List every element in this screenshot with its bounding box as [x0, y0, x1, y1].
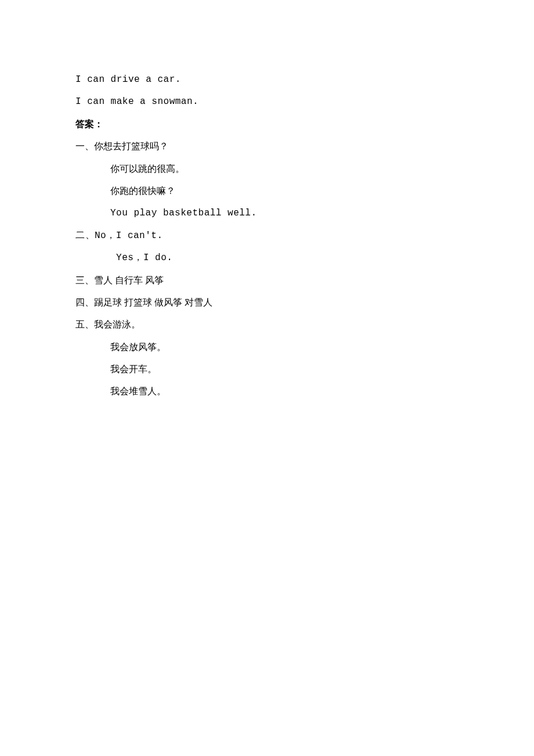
- text-line: 我会放风筝。: [75, 336, 459, 358]
- text-line: 一、你想去打篮球吗？: [75, 135, 459, 157]
- text-line: Yes，I do.: [75, 247, 459, 269]
- text-line: I can drive a car.: [75, 69, 459, 91]
- text-line: 三、雪人 自行车 风筝: [75, 269, 459, 291]
- text-line: 四、踢足球 打篮球 做风筝 对雪人: [75, 291, 459, 314]
- document-body: I can drive a car.I can make a snowman.答…: [75, 69, 459, 403]
- text-line: 你跑的很快嘛？: [75, 180, 459, 202]
- text-line: 五、我会游泳。: [75, 314, 459, 336]
- text-line: You play basketball well.: [75, 202, 459, 224]
- text-line: 二、No，I can't.: [75, 225, 459, 247]
- text-line: I can make a snowman.: [75, 91, 459, 113]
- text-line: 答案：: [75, 113, 459, 135]
- text-line: 你可以跳的很高。: [75, 158, 459, 180]
- text-line: 我会堆雪人。: [75, 380, 459, 402]
- text-line: 我会开车。: [75, 358, 459, 380]
